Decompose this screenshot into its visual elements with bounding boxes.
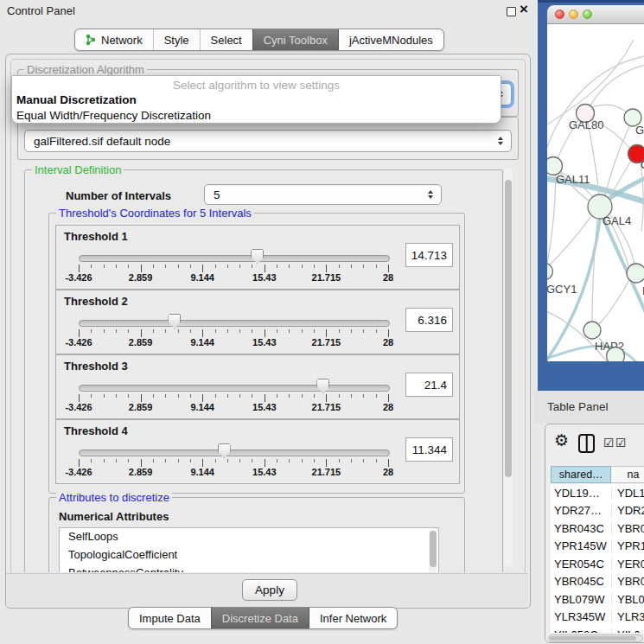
list-item[interactable]: TopologicalCoefficient [60, 546, 438, 564]
table-row[interactable]: YDR27…YDR2 [551, 502, 644, 520]
cell[interactable]: YBL079W [551, 593, 612, 606]
slider-tick-labels: -3.4262.8599.14415.4321.71528 [56, 272, 459, 284]
attributes-groupbox: Attributes to discretize Numerical Attri… [48, 497, 465, 572]
threshold-3-value-field[interactable]: 21.4 [405, 373, 453, 397]
cell[interactable]: YDR2 [612, 504, 644, 517]
network-node[interactable] [627, 264, 644, 283]
number-of-intervals-label: Number of Intervals [66, 189, 171, 202]
float-window-icon[interactable] [507, 7, 516, 16]
tab-cyni-toolbox[interactable]: Cyni Toolbox [252, 29, 338, 50]
network-edge[interactable] [547, 55, 644, 163]
cell[interactable]: YBL0 [612, 593, 644, 606]
scrollbar-thumb[interactable] [505, 180, 512, 477]
thresholds-group-title: Threshold's Coordinates for 5 Intervals [56, 207, 254, 220]
table-horizontal-scrollbar[interactable] [548, 634, 643, 642]
threshold-1-slider-track[interactable] [79, 255, 390, 262]
popup-placeholder-item[interactable]: Select algorithm to view settings [12, 76, 501, 92]
cell[interactable]: YIL0 [612, 628, 641, 633]
tab-select[interactable]: Select [200, 29, 252, 50]
gear-icon[interactable]: ⚙ [554, 430, 569, 450]
network-node[interactable] [547, 264, 553, 280]
attributes-list-scrollbar[interactable] [429, 530, 437, 572]
table-panel-window: ⚙ ☑ ☑ shared… na YDL19…YDL1 YDR27…YDR2 Y… [545, 424, 644, 643]
checkbox-icon[interactable]: ☑ [615, 436, 627, 450]
network-node[interactable] [583, 322, 601, 339]
close-icon[interactable]: × [520, 1, 528, 18]
minimize-traffic-light-icon[interactable] [569, 10, 578, 19]
apply-button[interactable]: Apply [242, 579, 297, 601]
cell[interactable]: YDL1 [612, 487, 644, 500]
threshold-1-value-field[interactable]: 14.713 [405, 243, 453, 267]
cell[interactable]: YER0 [612, 558, 644, 571]
threshold-2-value-field[interactable]: 6.316 [405, 308, 453, 332]
cell[interactable]: YPR1 [612, 539, 644, 552]
cell[interactable]: YBR043C [551, 522, 612, 535]
tab-impute-data[interactable]: Impute Data [129, 608, 211, 628]
network-window-titlebar[interactable] [547, 5, 644, 24]
network-edge[interactable] [547, 309, 609, 361]
table-row[interactable]: YBR043CYBR0 [551, 520, 644, 538]
network-edge[interactable] [599, 280, 629, 324]
table-row[interactable]: YLR345WYLR3 [551, 609, 644, 627]
table-row[interactable]: YBL079WYBL0 [551, 590, 644, 609]
cell[interactable]: YLR3 [612, 610, 644, 623]
tab-label: Network [101, 34, 143, 47]
tab-infer-network[interactable]: Infer Network [309, 608, 397, 628]
column-header-name[interactable]: na [611, 466, 644, 483]
threshold-4-row: Threshold 4 -3.4262.8599.14415.4321.7152… [55, 419, 460, 484]
tab-label: jActiveMNodules [349, 34, 433, 47]
table-row[interactable]: YDL19…YDL1 [551, 484, 644, 502]
scrollbar-thumb[interactable] [550, 636, 636, 641]
checkbox-icon[interactable]: ☑ [603, 436, 615, 450]
network-icon [86, 34, 97, 46]
table-row[interactable]: YPR145WYPR1 [551, 538, 644, 556]
close-traffic-light-icon[interactable] [555, 10, 564, 19]
split-columns-icon[interactable] [578, 434, 595, 453]
threshold-2-slider-track[interactable] [79, 320, 390, 327]
tab-label: Infer Network [320, 612, 386, 625]
popup-item-manual-discretization[interactable]: Manual Discretization [12, 92, 501, 108]
table-data-combobox[interactable]: galFiltered.sif default node [24, 130, 512, 152]
network-edge[interactable] [641, 163, 643, 232]
cell[interactable]: YPR145W [551, 539, 612, 552]
table-row[interactable]: YBR045CYBR0 [551, 573, 644, 591]
cell[interactable]: YER054C [551, 558, 612, 571]
number-of-intervals-spinner[interactable]: 5 [204, 184, 442, 205]
list-item[interactable]: SelfLoops [60, 528, 438, 546]
table-row[interactable]: YIL052CYIL0 [551, 626, 644, 633]
control-panel-title: Control Panel [7, 4, 75, 17]
tab-jactivemnodules[interactable]: jActiveMNodules [338, 29, 443, 50]
cell[interactable]: YBR0 [612, 522, 644, 535]
threshold-4-value-field[interactable]: 11.344 [405, 437, 453, 462]
tab-label: Discretize Data [222, 612, 298, 625]
network-canvas[interactable]: GAL80GACGAL11GAL4GCY1HHAP2 [547, 24, 644, 361]
attributes-list[interactable]: SelfLoops TopologicalCoefficient Between… [59, 527, 439, 572]
cell[interactable]: YBR0 [612, 575, 644, 588]
cell[interactable]: YDR27… [551, 504, 612, 517]
popup-item-equal-width-frequency[interactable]: Equal Width/Frequency Discretization [12, 108, 501, 124]
list-item[interactable]: BetweennessCentrality [60, 564, 438, 572]
table-body[interactable]: YDL19…YDL1 YDR27…YDR2 YBR043CYBR0 YPR145… [551, 484, 644, 633]
network-edge[interactable] [547, 175, 556, 264]
tab-discretize-data[interactable]: Discretize Data [211, 608, 309, 628]
network-node-label: GAL11 [556, 173, 590, 186]
cell[interactable]: YLR345W [551, 610, 612, 623]
network-edge[interactable] [592, 105, 627, 112]
threshold-3-slider-track[interactable] [79, 385, 390, 392]
cell[interactable]: YDL19… [551, 487, 612, 500]
threshold-1-row: Threshold 1 -3.4262.8599.14415.4321.7152… [55, 225, 460, 290]
settings-scrollbar[interactable] [504, 168, 513, 567]
threshold-4-slider-track[interactable] [79, 450, 390, 456]
cell[interactable]: YBR045C [551, 575, 612, 588]
table-row[interactable]: YER054CYER0 [551, 555, 644, 573]
tab-style[interactable]: Style [153, 29, 200, 50]
cell[interactable]: YIL052C [551, 628, 612, 633]
column-header-shared-name[interactable]: shared… [551, 466, 611, 483]
network-edge[interactable] [549, 216, 591, 265]
scrollbar-thumb[interactable] [430, 531, 437, 567]
network-edge[interactable] [590, 64, 644, 105]
zoom-traffic-light-icon[interactable] [583, 10, 592, 19]
network-node[interactable] [607, 348, 625, 362]
tab-network[interactable]: Network [75, 29, 153, 50]
settings-scroll-viewport: Interval Definition Number of Intervals … [17, 163, 517, 572]
